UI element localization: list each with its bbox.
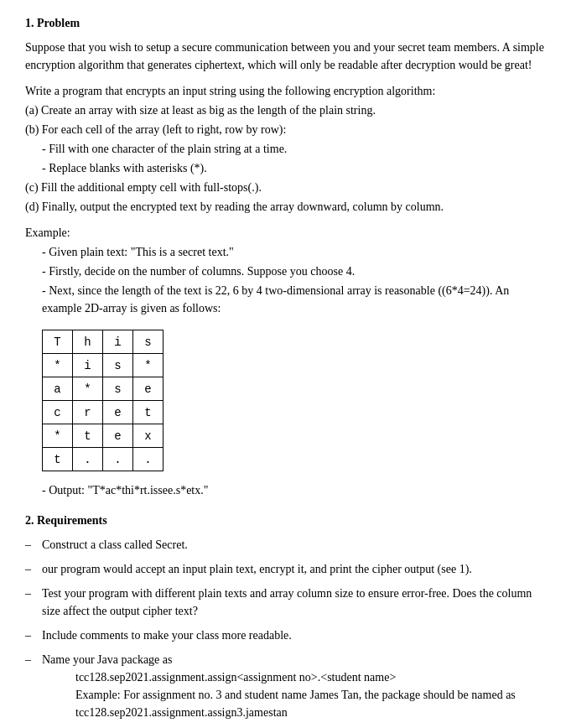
requirements-list: – Construct a class called Secret.– our … <box>25 536 546 728</box>
table-cell: r <box>73 401 103 424</box>
req-item: – Include comments to make your class mo… <box>25 627 546 644</box>
table-cell: . <box>73 448 103 471</box>
section1-para1: Suppose that you wish to setup a secure … <box>25 39 546 74</box>
table-cell: e <box>103 401 133 424</box>
table-cell: * <box>133 354 164 377</box>
table-cell: * <box>73 377 103 401</box>
req-dash: – <box>25 585 42 620</box>
table-cell: s <box>133 330 164 354</box>
req-dash: – <box>25 627 42 644</box>
req-extra: Example: For assignment no. 3 and studen… <box>75 686 546 721</box>
table-cell: e <box>133 377 164 401</box>
table-cell: h <box>73 330 103 354</box>
table-cell: t <box>73 424 103 448</box>
encryption-table: This*is*a*secret*text... <box>42 330 546 471</box>
table-cell: i <box>73 354 103 377</box>
table-cell: . <box>133 448 164 471</box>
example-line-1: - Firstly, decide on the number of colum… <box>42 263 546 280</box>
table-cell: t <box>43 448 73 471</box>
table-cell: s <box>103 354 133 377</box>
table-cell: * <box>43 424 73 448</box>
req-text: Include comments to make your class more… <box>42 627 546 644</box>
req-text: Test your program with different plain t… <box>42 585 546 620</box>
table-cell: s <box>103 377 133 401</box>
step-b: (b) For each cell of the array (left to … <box>25 121 546 138</box>
step-a: (a) Create an array with size at least a… <box>25 101 546 119</box>
table-cell: * <box>43 354 73 377</box>
table-cell: . <box>103 448 133 471</box>
example-line-2: - Next, since the length of the text is … <box>42 282 546 317</box>
section1-title: 1. Problem <box>25 17 546 30</box>
step-c: (c) Fill the additional empty cell with … <box>25 179 546 196</box>
table-cell: a <box>43 377 73 401</box>
step-b-fill: - Fill with one character of the plain s… <box>42 140 546 158</box>
table-cell: c <box>43 401 73 424</box>
req-dash: – <box>25 536 42 554</box>
example-line-0: - Given plain text: "This is a secret te… <box>42 243 546 261</box>
req-dash: – <box>25 560 42 578</box>
step-b-replace: - Replace blanks with asterisks (*). <box>42 159 546 177</box>
table-cell: t <box>133 401 164 424</box>
example-label: Example: <box>25 224 546 242</box>
section2-title: 2. Requirements <box>25 514 546 528</box>
req-text: our program would accept an input plain … <box>42 560 546 578</box>
req-item: – Name your Java package astcc128.sep202… <box>25 651 546 721</box>
step-d: (d) Finally, output the encrypted text b… <box>25 198 546 216</box>
table-cell: x <box>133 424 164 448</box>
req-text: Name your Java package astcc128.sep2021.… <box>42 651 546 721</box>
section1-para2-intro: Write a program that encrypts an input s… <box>25 82 546 100</box>
req-item: – Construct a class called Secret. <box>25 536 546 554</box>
req-item: – our program would accept an input plai… <box>25 560 546 578</box>
table-cell: i <box>103 330 133 354</box>
output-line: - Output: "T*ac*thi*rt.issee.s*etx." <box>42 484 546 497</box>
req-dash: – <box>25 651 42 721</box>
table-cell: e <box>103 424 133 448</box>
req-item: – Test your program with different plain… <box>25 585 546 620</box>
req-text: Construct a class called Secret. <box>42 536 546 554</box>
table-cell: T <box>43 330 73 354</box>
req-extra: tcc128.sep2021.assignment.assign<assignm… <box>75 668 546 686</box>
